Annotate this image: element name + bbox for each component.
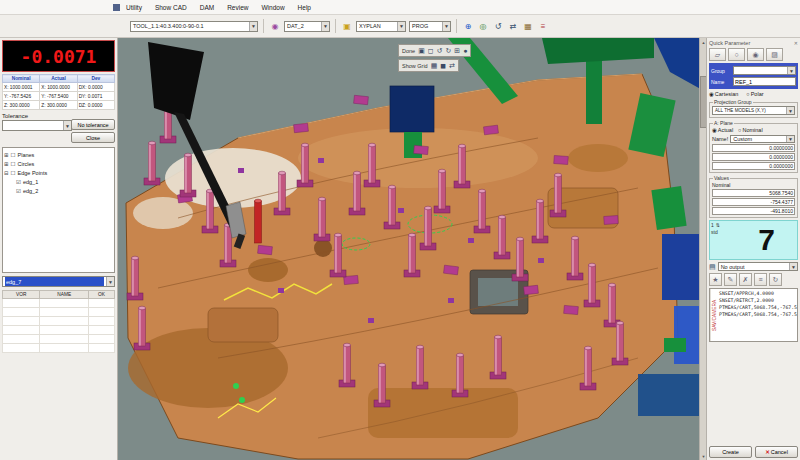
add-feature-icon[interactable]: ⊕ — [462, 20, 474, 32]
cancel-label: Cancel — [771, 449, 788, 455]
plane-groupbox: A: Plane ◉ Actual ○ Nominal Name! Custom… — [709, 123, 798, 173]
point-feature-icon[interactable]: ◉ — [747, 48, 764, 61]
nominal-label: Nominal — [742, 127, 762, 133]
checkbox-checked-icon[interactable]: ☑ — [16, 188, 21, 194]
coord-row-x: X: 1000.0001 X: 1000.0000 DX: 0.0000 — [3, 83, 115, 92]
checkbox-icon[interactable]: ☐ — [11, 170, 16, 176]
feature-tree: ⊞ ☐ Planes ⊞ ☐ Circles ⊟ ☐ Edge Points ☑… — [2, 147, 115, 273]
no-tolerance-button[interactable]: No tolerance — [71, 119, 115, 130]
tree-item-planes[interactable]: ⊞ ☐ Planes — [4, 150, 113, 159]
menu-utility[interactable]: Utility — [124, 3, 144, 12]
expand-icon[interactable]: ⊞ — [4, 161, 9, 167]
name-input[interactable] — [733, 77, 796, 86]
favorite-icon[interactable]: ★ — [709, 273, 722, 286]
edge-feature-icon[interactable]: ▨ — [766, 48, 783, 61]
values-groupbox: Values Nominal 5068.7540 -754.4377 -491.… — [709, 178, 798, 218]
refresh-icon[interactable]: ↻ — [769, 273, 782, 286]
nominal-y-field[interactable]: -754.4377 — [712, 198, 795, 206]
solid-view-icon[interactable]: ▣ — [418, 47, 425, 55]
nominal-z-field[interactable]: -491.8010 — [712, 207, 795, 215]
tree-item-label: edg_2 — [23, 188, 38, 194]
tree-item-edge-points[interactable]: ⊟ ☐ Edge Points — [4, 168, 113, 177]
create-button[interactable]: Create — [709, 446, 752, 458]
tree-item-label: Planes — [18, 152, 35, 158]
results-row — [3, 308, 115, 317]
spinner-icon[interactable]: ⇅ — [716, 222, 720, 228]
col-dev: Dev — [77, 75, 114, 83]
list-icon[interactable]: ≡ — [754, 273, 767, 286]
workplane-icon[interactable]: ▣ — [341, 20, 353, 32]
zoom-extents-icon[interactable]: ⊞ — [454, 47, 460, 55]
nominal-radio[interactable]: ○ Nominal — [738, 127, 763, 133]
custom-select[interactable]: Custom▼ — [730, 135, 795, 143]
toolbar-separator — [335, 19, 336, 33]
tree-item-circles[interactable]: ⊞ ☐ Circles — [4, 159, 113, 168]
checkbox-icon[interactable]: ☐ — [11, 152, 16, 158]
cad-viewport[interactable]: Done ▣ ◻ ↺ ↻ ⊞ ● Show Grid ▦ ◼ ⇄ ▲ ▼ — [118, 38, 706, 460]
settings-icon[interactable]: ≡ — [537, 20, 549, 32]
pan-icon[interactable]: ⇄ — [449, 62, 455, 70]
shaded-view-icon[interactable]: ◼ — [440, 62, 446, 70]
tree-item-edg1[interactable]: ☑ edg_1 — [16, 177, 113, 186]
col-actual: Actual — [40, 75, 77, 83]
expand-icon[interactable]: ⊞ — [4, 152, 9, 158]
group-select[interactable]: ▼ — [733, 66, 796, 75]
results-row — [3, 317, 115, 326]
tree-item-edg2[interactable]: ☑ edg_2 — [16, 186, 113, 195]
collapse-icon[interactable]: ⊟ — [4, 170, 9, 176]
program-combo[interactable]: PROG▼ — [409, 21, 451, 32]
done-button[interactable]: Done — [402, 48, 415, 54]
program-combo-value: PROG — [412, 23, 428, 29]
plane-z-field[interactable]: 0.0000000 — [712, 162, 795, 170]
cad-scene[interactable] — [118, 38, 706, 460]
quick-parameter-panel: Quick Parameter ✕ ▱ ○ ◉ ▨ Group ▼ Name ◉… — [706, 38, 800, 460]
actual-radio[interactable]: ◉ Actual — [712, 127, 733, 133]
edit-icon[interactable]: ✎ — [724, 273, 737, 286]
close-button[interactable]: Close — [71, 132, 115, 143]
grid-view-icon[interactable]: ▦ — [431, 62, 438, 70]
plane-feature-icon[interactable]: ▱ — [709, 48, 726, 61]
grid-icon[interactable]: ▦ — [522, 20, 534, 32]
menu-show-cad[interactable]: Show CAD — [153, 3, 189, 12]
cartesian-radio[interactable]: ◉ Cartesian — [709, 91, 738, 97]
output-select[interactable]: No output▼ — [718, 262, 798, 271]
cancel-button[interactable]: ✕Cancel — [755, 446, 798, 458]
measure-icon[interactable]: ◎ — [477, 20, 489, 32]
coord-row-y: Y: -767.5426 Y: -767.5400 DY: 0.0071 — [3, 92, 115, 101]
coordinate-mode-radios: ◉ Cartesian ○ Polar — [709, 91, 798, 97]
delete-icon[interactable]: ✗ — [739, 273, 752, 286]
menu-review[interactable]: Review — [225, 3, 250, 12]
coord-row-z: Z: 300.0000 Z: 300.0000 DZ: 0.0000 — [3, 101, 115, 110]
pan-view-icon[interactable]: ⇄ — [507, 20, 519, 32]
rotate-view-icon[interactable]: ↺ — [492, 20, 504, 32]
count-unit-label: std — [711, 229, 735, 235]
dmis-code-lines: SNSET/APPRCH,4.0000 SNSET/RETRCT,2.0000 … — [718, 289, 797, 341]
show-grid-button[interactable]: Show Grid — [402, 63, 428, 69]
menu-help[interactable]: Help — [296, 3, 313, 12]
workplane-combo[interactable]: XYPLAN▼ — [356, 21, 406, 32]
datum-icon[interactable]: ◉ — [269, 20, 281, 32]
viewport-scrollbar[interactable]: ▲ ▼ — [699, 38, 706, 460]
polar-radio[interactable]: ○ Polar — [746, 91, 763, 97]
panel-close-icon[interactable]: ✕ — [794, 40, 798, 46]
menu-window[interactable]: Window — [259, 3, 286, 12]
probe-combo[interactable]: TOOL_1.1:40.3.400:0-90-0.1▼ — [130, 21, 258, 32]
checkbox-checked-icon[interactable]: ☑ — [16, 179, 21, 185]
reference-pin — [255, 199, 262, 243]
rotate-left-icon[interactable]: ↺ — [437, 47, 443, 55]
plane-y-field[interactable]: 0.0000000 — [712, 153, 795, 161]
actual-label: Actual — [718, 127, 733, 133]
plane-x-field[interactable]: 0.0000000 — [712, 144, 795, 152]
point-mode-icon[interactable]: ● — [463, 47, 467, 54]
circle-feature-icon[interactable]: ○ — [728, 48, 745, 61]
feature-select-combo[interactable]: edg_7 ▼ — [2, 276, 115, 287]
coordinate-readout-table: Nominal Actual Dev X: 1000.0001 X: 1000.… — [2, 74, 115, 110]
datum-combo[interactable]: DAT_2▼ — [284, 21, 330, 32]
edit-toolbar: ★ ✎ ✗ ≡ ↻ — [709, 273, 798, 286]
checkbox-icon[interactable]: ☐ — [11, 161, 16, 167]
nominal-x-field[interactable]: 5068.7540 — [712, 189, 795, 197]
rotate-right-icon[interactable]: ↻ — [445, 47, 451, 55]
wireframe-view-icon[interactable]: ◻ — [428, 47, 434, 55]
projection-select[interactable]: ALL THE MODELS (X,Y) ▼ — [712, 106, 795, 115]
menu-dam[interactable]: DAM — [198, 3, 216, 12]
